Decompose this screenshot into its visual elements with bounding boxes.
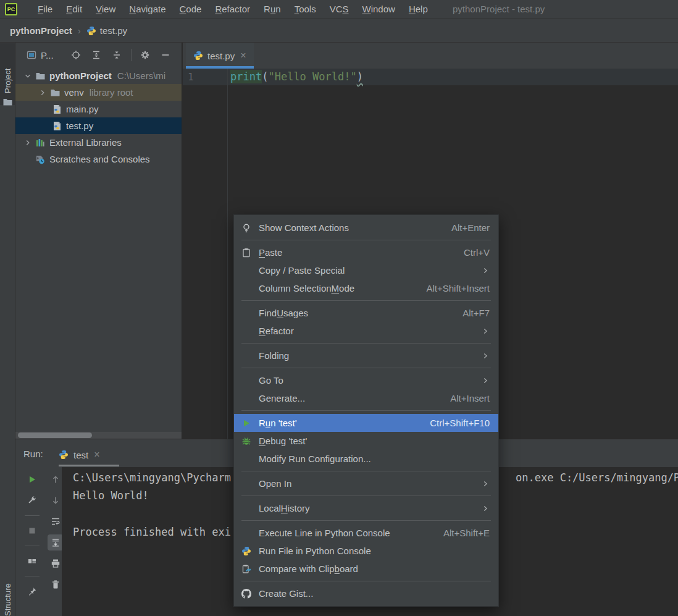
menu-refactor[interactable]: Refactor [208,0,257,19]
menu-item-paste[interactable]: PasteCtrl+V [234,243,498,261]
menu-item-folding[interactable]: Folding [234,347,498,365]
breadcrumb-project[interactable]: pythonProject [10,25,72,36]
project-toolwindow-label[interactable]: Project [3,69,12,93]
trash-icon [51,580,61,589]
menu-code[interactable]: Code [173,0,209,19]
structure-toolwindow-button[interactable]: Structure [3,583,12,616]
menu-item-label: Run 'test' [259,418,297,428]
python-icon [193,51,203,61]
scrollbar-thumb[interactable] [18,432,92,438]
python-icon [86,26,96,36]
python-file-icon [52,104,62,114]
submenu-icon [481,266,490,275]
scratches-icon [35,154,45,164]
submenu-arrow-icon [481,376,490,385]
menu-item-column-selection-mode[interactable]: Column Selection ModeAlt+Shift+Insert [234,279,498,297]
tree-item-label: Scratches and Consoles [49,154,150,164]
menu-item-label: Modify Run Configuration... [259,454,371,464]
menu-tools[interactable]: Tools [288,0,323,19]
menu-item-run-test[interactable]: Run 'test'Ctrl+Shift+F10 [234,414,498,432]
menu-item-refactor[interactable]: Refactor [234,322,498,340]
chevron-right-icon[interactable] [20,138,35,147]
menu-help[interactable]: Help [402,0,435,19]
pin-button[interactable] [24,583,40,599]
submenu-icon [481,327,490,335]
chevron-right-icon[interactable] [35,88,50,97]
play-button[interactable] [24,471,40,487]
project-view-selector[interactable]: P... [41,50,54,61]
minus-button[interactable] [158,48,173,62]
menu-item-show-context-actions[interactable]: Show Context ActionsAlt+Enter [234,219,498,237]
folder-icon [50,88,60,98]
tree-item-main-py[interactable]: main.py [15,101,182,117]
menu-item-modify-run-configuration[interactable]: Modify Run Configuration... [234,450,498,468]
stop-button[interactable] [24,523,40,539]
code-token-print: print [230,70,262,83]
menu-item-label: Go To [259,375,283,386]
tree-item-external-libraries[interactable]: External Libraries [15,134,182,151]
toolbar-separator [25,515,40,516]
menu-item-execute-line-in-python-console[interactable]: Execute Line in Python ConsoleAlt+Shift+… [234,524,498,542]
chevron-right-icon [23,138,32,147]
menu-separator [241,368,491,368]
tree-item-label: venv [64,87,84,98]
down-icon [51,496,61,505]
menu-edit[interactable]: Edit [59,0,89,19]
run-tab-label: test [73,450,88,460]
project-panel-header: P... [15,43,182,67]
menu-item-compare-with-clipboard[interactable]: Compare with Clipboard [234,560,498,578]
tree-item-test-py[interactable]: test.py [15,117,182,134]
menu-item-run-file-in-python-console[interactable]: Run File in Python Console [234,542,498,560]
run-tab-test[interactable]: test × [59,444,100,465]
tree-item-scratches-and-consoles[interactable]: Scratches and Consoles [15,151,182,167]
printer-icon [51,559,61,568]
menu-item-open-in[interactable]: Open In [234,475,498,492]
menu-item-local-history[interactable]: Local History [234,499,498,517]
toolbar-separator [25,546,40,546]
folder-icon [35,71,45,81]
tree-item-pythonProject[interactable]: pythonProjectC:\Users\mi [15,67,182,84]
menu-item-go-to[interactable]: Go To [234,371,498,389]
chevron-down-icon[interactable] [20,72,35,80]
wrench-button[interactable] [24,492,40,508]
menu-run[interactable]: Run [257,0,288,19]
up-icon [51,475,61,484]
expand-all-button[interactable] [89,48,104,62]
editor-tabstrip: test.py × [183,43,678,69]
menu-item-find-usages[interactable]: Find UsagesAlt+F7 [234,304,498,322]
menu-separator [241,520,491,521]
breadcrumb-file[interactable]: test.py [100,25,127,36]
submenu-arrow-icon [481,504,490,513]
menu-item-create-gist[interactable]: Create Gist... [234,584,498,602]
code-line[interactable]: print("Hello World!") [230,69,363,85]
menu-vcs[interactable]: VCS [323,0,356,19]
menu-item-generate[interactable]: Generate...Alt+Insert [234,389,498,407]
menu-item-debug-test[interactable]: Debug 'test' [234,432,498,450]
clipboard-icon [241,248,251,258]
tree-item-venv[interactable]: venvlibrary root [15,84,182,101]
menu-item-copy-paste-special[interactable]: Copy / Paste Special [234,261,498,279]
menu-file[interactable]: File [31,0,59,19]
layout-icon [27,556,37,566]
console-line-output: Hello World! [73,489,149,502]
project-view-icon[interactable] [27,50,36,60]
tree-item-label: pythonProject [49,70,112,81]
tab-test-py[interactable]: test.py × [186,43,254,69]
menu-navigate[interactable]: Navigate [122,0,172,19]
menu-view[interactable]: View [89,0,122,19]
menu-item-icon-zone [241,564,259,574]
close-icon[interactable]: × [94,450,99,460]
collapse-all-icon [112,50,122,60]
menu-item-label: Local History [259,503,310,513]
console-line-path-right: on.exe C:/Users/mingyang/Py [516,471,678,484]
gear-button[interactable] [138,48,153,62]
locate-button[interactable] [69,48,83,62]
menu-window[interactable]: Window [356,0,402,19]
collapse-all-button[interactable] [109,48,124,62]
menu-item-label: Show Context Actions [259,222,349,233]
layout-button[interactable] [24,553,40,569]
close-icon[interactable]: × [240,51,246,61]
code-token-string: "Hello World!" [268,70,356,83]
chevron-down-icon [23,72,32,80]
menu-item-shortcut: Alt+Enter [451,222,490,233]
